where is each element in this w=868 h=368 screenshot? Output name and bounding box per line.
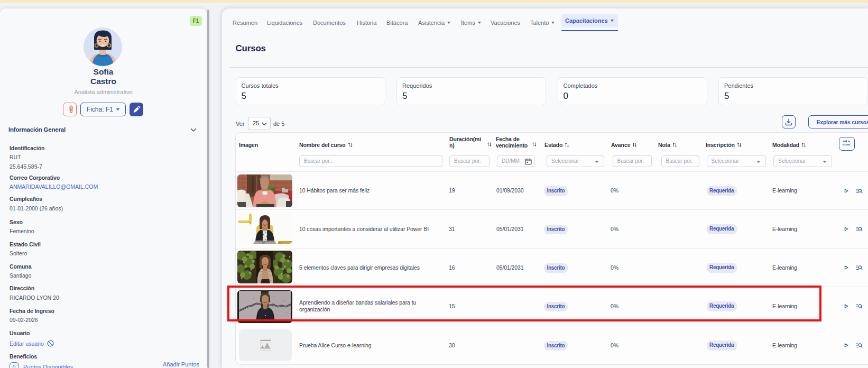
svg-text:bp: bp — [262, 241, 265, 244]
